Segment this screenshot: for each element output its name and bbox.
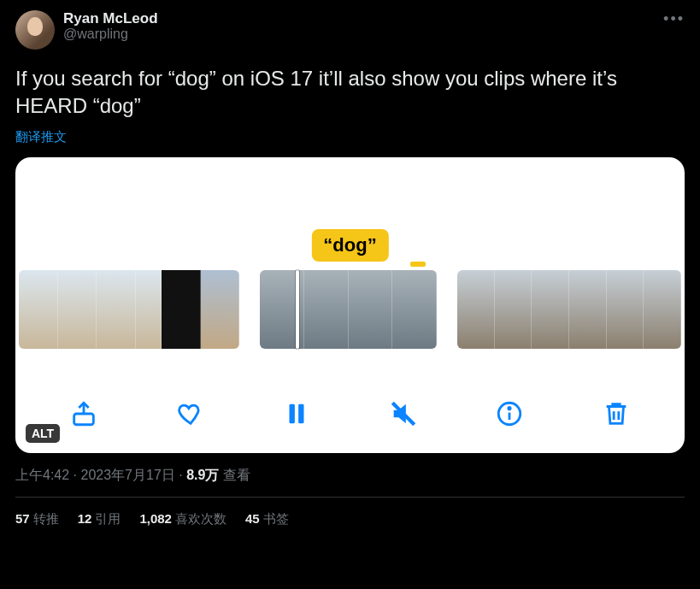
- clip-thumb: [569, 270, 607, 349]
- svg-point-6: [509, 407, 510, 409]
- bookmarks-label: 书签: [263, 511, 289, 526]
- clip-thumb: [201, 270, 240, 349]
- info-icon[interactable]: [492, 397, 526, 431]
- media-card[interactable]: “dog”: [15, 157, 685, 453]
- svg-rect-0: [74, 414, 94, 425]
- clip-thumb: [644, 270, 681, 349]
- quotes-count: 12: [78, 511, 92, 526]
- pause-icon[interactable]: [279, 397, 314, 431]
- separator: ·: [69, 468, 80, 482]
- share-icon[interactable]: [67, 397, 101, 431]
- author-block[interactable]: Ryan McLeod @warpling: [63, 10, 158, 42]
- retweets-label: 转推: [33, 511, 59, 526]
- clip-thumb: [304, 270, 349, 349]
- tweet-container: Ryan McLeod @warpling ••• If you search …: [0, 0, 700, 527]
- avatar[interactable]: [15, 10, 55, 50]
- separator: ·: [175, 468, 186, 482]
- playhead[interactable]: [296, 270, 299, 349]
- likes-count: 1,082: [139, 511, 172, 526]
- clip-thumb: [19, 270, 58, 349]
- translate-link[interactable]: 翻译推文: [15, 129, 685, 145]
- clip-thumb: [349, 270, 393, 349]
- mute-icon[interactable]: [386, 397, 421, 431]
- handle: @warpling: [63, 27, 158, 42]
- clip-group[interactable]: [19, 270, 239, 349]
- heart-icon[interactable]: [174, 397, 208, 431]
- alt-button[interactable]: ALT: [26, 424, 60, 443]
- display-name: Ryan McLeod: [63, 10, 158, 27]
- clip-thumb: [532, 270, 569, 349]
- clip-thumb: [495, 270, 532, 349]
- clip-thumb: [58, 270, 97, 349]
- views-label: 查看: [219, 468, 250, 482]
- clip-group[interactable]: [457, 270, 681, 349]
- views-count: 8.9万: [186, 468, 219, 482]
- more-icon[interactable]: •••: [663, 10, 685, 28]
- trash-icon[interactable]: [599, 397, 633, 431]
- quotes-label: 引用: [95, 511, 121, 526]
- date[interactable]: 2023年7月17日: [80, 468, 174, 482]
- clip-thumb: [607, 270, 644, 349]
- video-timeline[interactable]: [15, 270, 685, 349]
- clip-thumb: [457, 270, 495, 349]
- highlight-tick: [410, 262, 426, 267]
- media-toolbar: [15, 397, 685, 431]
- stat-quotes[interactable]: 12引用: [78, 511, 121, 527]
- tweet-body: If you search for “dog” on iOS 17 it’ll …: [15, 65, 685, 121]
- clip-thumb: [162, 270, 201, 349]
- stat-retweets[interactable]: 57转推: [15, 511, 59, 527]
- stat-likes[interactable]: 1,082喜欢次数: [139, 511, 226, 527]
- svg-rect-2: [298, 403, 303, 423]
- svg-rect-1: [290, 403, 295, 423]
- clip-thumb: [392, 270, 437, 349]
- tweet-meta: 上午4:42 · 2023年7月17日 · 8.9万 查看: [15, 467, 685, 485]
- clip-group[interactable]: [260, 270, 437, 349]
- stat-bookmarks[interactable]: 45书签: [245, 511, 289, 527]
- tweet-header: Ryan McLeod @warpling •••: [15, 10, 685, 50]
- highlight-tag: “dog”: [311, 229, 388, 262]
- tweet-stats: 57转推 12引用 1,082喜欢次数 45书签: [15, 498, 685, 527]
- bookmarks-count: 45: [245, 511, 260, 526]
- time[interactable]: 上午4:42: [15, 468, 69, 482]
- retweets-count: 57: [15, 511, 30, 526]
- likes-label: 喜欢次数: [175, 511, 226, 526]
- clip-thumb: [136, 270, 162, 349]
- clip-thumb: [97, 270, 136, 349]
